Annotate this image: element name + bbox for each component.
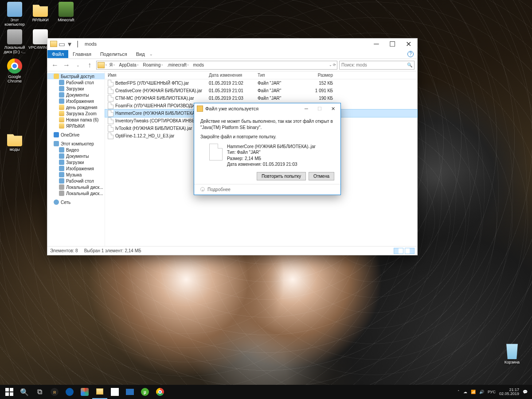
sidebar-item[interactable]: Музыка (47, 172, 105, 178)
folder-icon (50, 41, 57, 47)
taskbar-mail[interactable] (122, 385, 137, 399)
view-large-button[interactable] (405, 248, 415, 254)
dialog-message-2: Закройте файл и повторите попытку. (200, 134, 334, 140)
column-header-size[interactable]: Размер (302, 73, 337, 78)
svg-rect-1 (10, 388, 13, 391)
desktop-icon-this-pc[interactable]: Этот компьютер (3, 2, 27, 27)
desktop-icon-trash[interactable]: Корзина (500, 342, 524, 364)
svg-rect-2 (5, 392, 9, 396)
taskbar-chrome[interactable] (153, 385, 168, 399)
column-headers[interactable]: Имя Дата изменения Тип Размер (105, 71, 417, 79)
nav-forward-button[interactable]: → (62, 60, 71, 70)
taskbar-yandex[interactable]: я (47, 385, 62, 399)
start-button[interactable] (2, 385, 17, 399)
sidebar-item[interactable]: Рабочий стол (47, 79, 105, 86)
breadcrumb-seg[interactable]: mods (191, 62, 205, 68)
column-header-name[interactable]: Имя (108, 73, 209, 78)
tray-network-icon[interactable]: 📶 (471, 390, 476, 394)
view-details-button[interactable] (394, 248, 403, 254)
sidebar-item[interactable]: Изображения (47, 165, 105, 172)
dialog-file-size: Размер: 2,14 МБ (227, 156, 316, 162)
desktop-icon-chrome[interactable]: Google Chrome (3, 59, 27, 83)
desktop-icon-shortcuts[interactable]: ЯРЛЫКИ (28, 2, 52, 27)
column-header-date[interactable]: Дата изменения (209, 73, 258, 78)
sidebar-item[interactable]: Загрузка Zoom (47, 110, 105, 117)
file-row[interactable]: CTM-MC (НУЖНАЯ БИБЛИОТЕКА).jar01.05.2019… (105, 94, 417, 102)
sidebar-item[interactable]: Видео (47, 147, 105, 153)
sidebar-item[interactable]: Новая папка (6) (47, 117, 105, 123)
tray-clock[interactable]: 21:1702.05.2019 (499, 388, 519, 396)
sidebar-item[interactable]: Загрузки (47, 159, 105, 165)
addr-refresh-icon[interactable]: ⟳ (333, 63, 336, 67)
sidebar-quick-access[interactable]: Быстрый доступ (47, 73, 105, 79)
file-icon (108, 102, 113, 109)
minimize-button[interactable]: ─ (368, 39, 384, 49)
taskbar-edge[interactable] (62, 385, 77, 399)
dialog-maximize-button[interactable]: ☐ (313, 104, 326, 113)
sidebar-item[interactable]: Документы (47, 153, 105, 159)
cancel-button[interactable]: Отмена (309, 172, 334, 180)
qat-properties-icon[interactable]: ▭ (58, 40, 65, 47)
taskbar[interactable]: 🔍 ⧉ я µ ˄ ☁ 📶 🔊 РУС 21:1702.05.2019 💬 (0, 385, 532, 399)
maximize-button[interactable]: ☐ (384, 39, 400, 49)
task-view-button[interactable]: ⧉ (32, 385, 47, 399)
explorer-sidebar[interactable]: Быстрый доступ Рабочий стол Загрузки Док… (47, 71, 105, 246)
action-center-icon[interactable]: 💬 (523, 390, 528, 394)
taskbar-search-icon[interactable]: 🔍 (17, 385, 32, 399)
address-bar[interactable]: › Я› AppData› Roaming› .minecraft› mods … (96, 61, 337, 70)
dialog-titlebar[interactable]: Файл уже используется ─ ☐ ✕ (194, 103, 340, 114)
dialog-message-1: Действие не может быть выполнено, так ка… (200, 118, 334, 130)
breadcrumb-seg[interactable]: Roaming› (141, 62, 164, 68)
retry-button[interactable]: Повторить попытку (257, 172, 306, 180)
sidebar-item[interactable]: Документы (47, 92, 105, 98)
ribbon-tab-share[interactable]: Поделиться (96, 50, 132, 58)
file-row[interactable]: BetterFPS (УЛУЧШЕННЫЙ ФПС).jar01.05.2019… (105, 79, 417, 87)
breadcrumb-seg[interactable]: .minecraft› (165, 62, 191, 68)
nav-up-button[interactable]: ↑ (85, 60, 94, 70)
qat-new-folder-icon[interactable]: ▾ (66, 40, 73, 47)
close-button[interactable]: ✕ (400, 39, 416, 49)
breadcrumb-seg[interactable]: AppData› (117, 62, 141, 68)
sidebar-item[interactable]: ЯРЛЫКИ (47, 123, 105, 129)
help-icon[interactable]: ? (407, 51, 414, 57)
nav-history-button[interactable]: ⌄ (73, 60, 83, 70)
sidebar-item[interactable]: Локальный диск... (47, 184, 105, 190)
ribbon-tab-view[interactable]: Вид (132, 50, 149, 58)
system-tray[interactable]: ˄ ☁ 📶 🔊 РУС 21:1702.05.2019 💬 (458, 388, 530, 396)
tray-chevron-up-icon[interactable]: ˄ (458, 390, 460, 394)
dialog-close-button[interactable]: ✕ (326, 104, 340, 113)
sidebar-onedrive[interactable]: OneDrive (47, 132, 105, 138)
dialog-more-details[interactable]: ⌄ Подробнее (194, 184, 340, 195)
taskbar-explorer[interactable] (92, 385, 107, 399)
sidebar-item[interactable]: Загрузки (47, 86, 105, 92)
addr-dropdown-icon[interactable]: ⌄ (329, 63, 332, 67)
taskbar-store[interactable] (107, 385, 122, 399)
taskbar-utorrent[interactable]: µ (137, 385, 153, 399)
search-box[interactable]: 🔍 (339, 61, 415, 70)
column-header-type[interactable]: Тип (258, 73, 302, 78)
desktop-icon-minecraft[interactable]: Minecraft (54, 2, 78, 27)
taskbar-app1[interactable] (77, 385, 92, 399)
nav-back-button[interactable]: ← (50, 60, 60, 70)
file-row[interactable]: CreativeCore (НУЖНАЯ БИБЛИОТЕКА).jar01.0… (105, 87, 417, 94)
tray-volume-icon[interactable]: 🔊 (479, 390, 484, 394)
file-icon (209, 144, 223, 160)
explorer-titlebar[interactable]: ▭ ▾ | mods ─ ☐ ✕ (47, 39, 417, 49)
ribbon-tab-home[interactable]: Главная (68, 50, 96, 58)
breadcrumb-seg[interactable]: Я› (108, 62, 117, 68)
sidebar-network[interactable]: Сеть (47, 199, 105, 205)
sidebar-item[interactable]: Локальный диск... (47, 190, 105, 196)
file-icon (108, 133, 113, 139)
tray-onedrive-icon[interactable]: ☁ (463, 390, 467, 394)
dialog-minimize-button[interactable]: ─ (300, 104, 313, 113)
desktop-icon-local-disk-d[interactable]: Локальный диск (D:) -... (3, 29, 27, 54)
ribbon-tab-file[interactable]: Файл (47, 50, 68, 58)
sidebar-item[interactable]: Изображения (47, 98, 105, 104)
search-input[interactable] (341, 63, 407, 67)
sidebar-item[interactable]: Рабочий стол (47, 178, 105, 184)
sidebar-this-pc[interactable]: Этот компьютер (47, 141, 105, 147)
tray-language[interactable]: РУС (488, 390, 496, 394)
desktop-icon-mods[interactable]: моды (3, 131, 27, 152)
sidebar-item[interactable]: день рождения (47, 104, 105, 110)
ribbon-collapse-icon[interactable]: ⌄ (149, 52, 153, 56)
